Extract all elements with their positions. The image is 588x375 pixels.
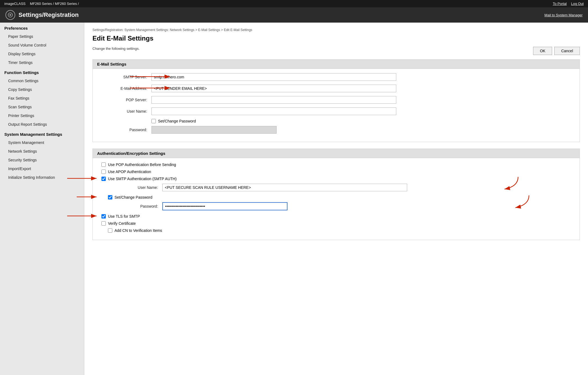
auth-settings-section: Authentication/Encryption Settings Use P… bbox=[92, 149, 580, 240]
main-layout: Preferences Paper Settings Sound Volume … bbox=[0, 23, 588, 375]
use-pop-auth-checkbox[interactable] bbox=[101, 162, 106, 167]
add-cn-row: Add CN to Verification Items bbox=[97, 228, 575, 233]
header: Settings/Registration Mail to System Man… bbox=[0, 7, 588, 23]
top-bar-right: To Portal Log Out bbox=[553, 2, 584, 6]
email-settings-section: E-Mail Settings SMTP Server: bbox=[92, 59, 580, 142]
sidebar-section-system: System Management Settings bbox=[0, 129, 84, 138]
use-pop-auth-row: Use POP Authentication Before Sending bbox=[97, 162, 575, 167]
sidebar: Preferences Paper Settings Sound Volume … bbox=[0, 23, 84, 375]
email-username-input[interactable] bbox=[151, 107, 396, 115]
email-set-password-label: Set/Change Password bbox=[158, 119, 196, 123]
pop-server-label: POP Server: bbox=[97, 98, 151, 102]
pop-server-input[interactable] bbox=[151, 96, 396, 104]
email-password-row: Password: bbox=[97, 126, 575, 134]
sidebar-item-paper-settings[interactable]: Paper Settings bbox=[0, 32, 84, 41]
add-cn-checkbox[interactable] bbox=[108, 228, 112, 233]
smtp-username-label: User Name: bbox=[108, 185, 162, 190]
email-password-label: Password: bbox=[97, 128, 151, 132]
email-settings-header: E-Mail Settings bbox=[93, 60, 580, 69]
smtp-set-password-checkbox[interactable] bbox=[108, 195, 112, 199]
smtp-server-row: SMTP Server: bbox=[97, 73, 575, 81]
use-apop-auth-row: Use APOP Authentication bbox=[97, 170, 575, 174]
email-set-password-checkbox[interactable] bbox=[151, 119, 156, 123]
sidebar-section-preferences: Preferences bbox=[0, 23, 84, 32]
email-address-row: E-Mail Address: bbox=[97, 85, 575, 92]
sidebar-item-import-export[interactable]: Import/Export bbox=[0, 164, 84, 173]
breadcrumb: Settings/Registration: System Management… bbox=[92, 28, 580, 32]
brand-label: imageCLASS bbox=[4, 2, 26, 6]
email-set-password-row: Set/Change Password bbox=[97, 119, 575, 123]
sidebar-item-scan-settings[interactable]: Scan Settings bbox=[0, 103, 84, 111]
sidebar-item-security-settings[interactable]: Security Settings bbox=[0, 156, 84, 164]
email-address-input[interactable] bbox=[151, 85, 396, 92]
smtp-password-row: Password: bbox=[97, 202, 575, 210]
sidebar-item-network-settings[interactable]: Network Settings bbox=[0, 147, 84, 156]
email-password-input[interactable] bbox=[151, 126, 277, 134]
use-smtp-auth-label: Use SMTP Authentication (SMTP AUTH) bbox=[108, 177, 177, 181]
email-username-label: User Name: bbox=[97, 109, 151, 113]
add-cn-label: Add CN to Verification Items bbox=[114, 228, 162, 233]
auth-settings-body: Use POP Authentication Before Sending Us… bbox=[93, 158, 580, 240]
sidebar-item-common-settings[interactable]: Common Settings bbox=[0, 76, 84, 85]
action-buttons: OK Cancel bbox=[533, 47, 580, 55]
app-title: Settings/Registration bbox=[18, 11, 79, 19]
top-bar-left: imageCLASS MF260 Series / MF260 Series / bbox=[4, 2, 79, 6]
sidebar-item-sound-volume[interactable]: Sound Volume Control bbox=[0, 41, 84, 50]
ok-button[interactable]: OK bbox=[533, 47, 552, 55]
verify-cert-checkbox[interactable] bbox=[101, 221, 106, 226]
smtp-server-label: SMTP Server: bbox=[97, 75, 151, 79]
top-bar: imageCLASS MF260 Series / MF260 Series /… bbox=[0, 0, 588, 7]
mail-link[interactable]: Mail to System Manager bbox=[544, 13, 583, 17]
pop-server-row: POP Server: bbox=[97, 96, 575, 104]
model-label: MF260 Series / MF260 Series / bbox=[30, 2, 79, 6]
header-left: Settings/Registration bbox=[5, 10, 79, 20]
use-tls-checkbox[interactable] bbox=[101, 214, 106, 219]
to-portal-link[interactable]: To Portal bbox=[553, 2, 567, 6]
smtp-set-password-row: Set/Change Password bbox=[97, 195, 575, 199]
sidebar-item-initialize[interactable]: Initialize Setting Information bbox=[0, 173, 84, 182]
smtp-server-input[interactable] bbox=[151, 73, 396, 81]
use-apop-auth-label: Use APOP Authentication bbox=[108, 170, 151, 174]
smtp-set-password-label: Set/Change Password bbox=[114, 195, 152, 199]
sidebar-item-fax-settings[interactable]: Fax Settings bbox=[0, 94, 84, 103]
log-out-link[interactable]: Log Out bbox=[571, 2, 584, 6]
sidebar-item-display-settings[interactable]: Display Settings bbox=[0, 50, 84, 58]
sidebar-item-timer-settings[interactable]: Timer Settings bbox=[0, 58, 84, 67]
email-username-row: User Name: bbox=[97, 107, 575, 115]
subtitle: Change the following settings. bbox=[92, 47, 140, 51]
sidebar-item-printer-settings[interactable]: Printer Settings bbox=[0, 111, 84, 120]
verify-cert-label: Verify Certificate bbox=[108, 221, 136, 226]
smtp-password-label: Password: bbox=[108, 204, 162, 208]
use-tls-label: Use TLS for SMTP bbox=[108, 214, 140, 219]
use-pop-auth-label: Use POP Authentication Before Sending bbox=[108, 162, 176, 167]
email-address-label: E-Mail Address: bbox=[97, 86, 151, 91]
logo-icon bbox=[5, 10, 15, 20]
use-smtp-auth-checkbox[interactable] bbox=[101, 177, 106, 181]
sidebar-item-system-management[interactable]: System Management bbox=[0, 138, 84, 147]
cancel-button[interactable]: Cancel bbox=[554, 47, 580, 55]
email-settings-body: SMTP Server: E-Mail Address: bbox=[93, 69, 580, 142]
main-content: Settings/Registration: System Management… bbox=[84, 23, 588, 375]
sidebar-item-copy-settings[interactable]: Copy Settings bbox=[0, 85, 84, 94]
use-smtp-auth-row: Use SMTP Authentication (SMTP AUTH) bbox=[97, 177, 575, 181]
verify-cert-row: Verify Certificate bbox=[97, 221, 575, 226]
sidebar-section-function: Function Settings bbox=[0, 67, 84, 76]
smtp-username-input[interactable] bbox=[162, 184, 407, 191]
use-apop-auth-checkbox[interactable] bbox=[101, 170, 106, 174]
page-title: Edit E-Mail Settings bbox=[92, 35, 580, 42]
smtp-username-row: User Name: bbox=[97, 184, 575, 191]
sidebar-item-output-report[interactable]: Output Report Settings bbox=[0, 120, 84, 129]
use-tls-row: Use TLS for SMTP bbox=[97, 214, 575, 219]
auth-settings-header: Authentication/Encryption Settings bbox=[93, 149, 580, 158]
smtp-password-input[interactable] bbox=[162, 202, 287, 210]
